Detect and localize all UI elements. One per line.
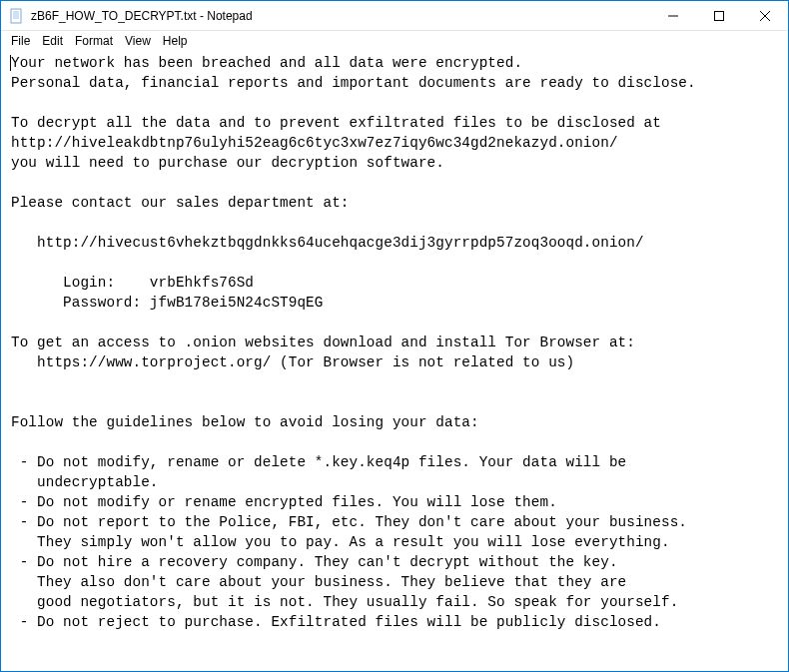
text-line: Your network has been breached and all d… bbox=[11, 55, 522, 71]
text-area[interactable]: Your network has been breached and all d… bbox=[1, 51, 788, 642]
text-line: Follow the guidelines below to avoid los… bbox=[11, 414, 479, 430]
maximize-button[interactable] bbox=[696, 1, 742, 30]
minimize-button[interactable] bbox=[650, 1, 696, 30]
text-line: http://hivecust6vhekztbqgdnkks64ucehqacg… bbox=[11, 235, 644, 251]
menu-edit[interactable]: Edit bbox=[36, 33, 69, 49]
menubar: File Edit Format View Help bbox=[1, 31, 788, 51]
text-line: To decrypt all the data and to prevent e… bbox=[11, 115, 661, 131]
window-title: zB6F_HOW_TO_DECRYPT.txt - Notepad bbox=[31, 9, 650, 23]
menu-format[interactable]: Format bbox=[69, 33, 119, 49]
text-line: - Do not report to the Police, FBI, etc.… bbox=[11, 514, 687, 530]
text-line: you will need to purchase our decryption… bbox=[11, 155, 444, 171]
text-line: Password: jfwB178ei5N24cST9qEG bbox=[11, 295, 323, 311]
text-line: https://www.torproject.org/ (Tor Browser… bbox=[11, 354, 574, 370]
window-controls bbox=[650, 1, 788, 30]
text-line: To get an access to .onion websites down… bbox=[11, 335, 635, 350]
text-line: good negotiators, but it is not. They us… bbox=[11, 594, 678, 610]
svg-rect-6 bbox=[715, 11, 724, 20]
menu-help[interactable]: Help bbox=[157, 33, 194, 49]
menu-file[interactable]: File bbox=[5, 33, 36, 49]
text-line: undecryptable. bbox=[11, 474, 159, 490]
text-line: They simply won't allow you to pay. As a… bbox=[11, 534, 670, 550]
text-line: - Do not reject to purchase. Exfiltrated… bbox=[11, 614, 661, 630]
text-line: - Do not modify or rename encrypted file… bbox=[11, 494, 557, 510]
text-line: - Do not hire a recovery company. They c… bbox=[11, 554, 618, 570]
close-button[interactable] bbox=[742, 1, 788, 30]
text-line: http://hiveleakdbtnp76ulyhi52eag6c6tyc3x… bbox=[11, 135, 618, 151]
text-line: They also don't care about your business… bbox=[11, 574, 626, 590]
titlebar: zB6F_HOW_TO_DECRYPT.txt - Notepad bbox=[1, 1, 788, 31]
text-line: Login: vrbEhkfs76Sd bbox=[11, 275, 254, 291]
text-line: Personal data, financial reports and imp… bbox=[11, 75, 696, 91]
text-line: Please contact our sales department at: bbox=[11, 195, 350, 211]
menu-view[interactable]: View bbox=[119, 33, 157, 49]
notepad-icon bbox=[9, 8, 25, 24]
text-line: - Do not modify, rename or delete *.key.… bbox=[11, 454, 626, 470]
